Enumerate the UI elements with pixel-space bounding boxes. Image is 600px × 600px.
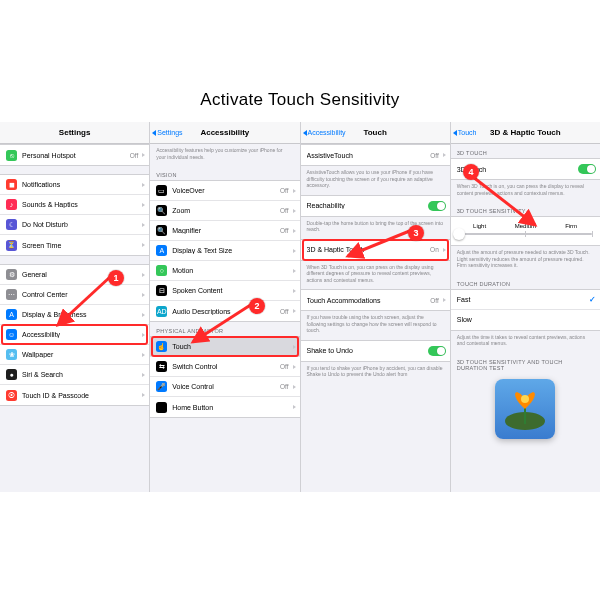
cell-value: Off <box>280 207 289 214</box>
cell-value: Off <box>430 152 439 159</box>
cell-value: Off <box>430 297 439 304</box>
back-to-touch[interactable]: Touch <box>453 129 477 136</box>
settings-row[interactable]: ◼︎Notifications <box>0 175 149 195</box>
settings-row[interactable]: ❀Wallpaper <box>0 345 149 365</box>
navbar-3d-touch: Touch 3D & Haptic Touch <box>451 122 600 144</box>
settings-row[interactable]: 🔍ZoomOff <box>150 201 299 221</box>
3dtouch-footer: When 3D Touch is on, you can press the d… <box>451 180 600 202</box>
settings-row[interactable]: Shake to Undo <box>301 341 450 361</box>
settings-row[interactable]: ⚙General <box>0 265 149 285</box>
settings-row[interactable]: ⏳Screen Time <box>0 235 149 255</box>
app-icon: AD <box>156 306 167 317</box>
settings-row[interactable]: ADisplay & Text Size <box>150 241 299 261</box>
cell-label: 3D Touch <box>457 166 578 173</box>
app-icon: A <box>6 309 17 320</box>
app-icon: ◼︎ <box>6 179 17 190</box>
cell-value: Off <box>280 227 289 234</box>
chevron-right-icon <box>142 223 145 227</box>
settings-row[interactable]: ⦿Touch ID & Passcode <box>0 385 149 405</box>
navbar-accessibility: Settings Accessibility <box>150 122 299 144</box>
settings-row[interactable]: 🎤Voice ControlOff <box>150 377 299 397</box>
app-icon: A <box>156 245 167 256</box>
chevron-right-icon <box>142 203 145 207</box>
sensitivity-slider[interactable] <box>459 233 592 235</box>
cell-label: Home Button <box>172 404 290 411</box>
settings-row[interactable]: ADisplay & Brightness <box>0 305 149 325</box>
cell-value: Off <box>280 363 289 370</box>
3dtouch-header: 3D TOUCH <box>451 144 600 158</box>
settings-row[interactable]: 🔍MagnifierOff <box>150 221 299 241</box>
sensitivity-test-image[interactable] <box>495 379 555 439</box>
cell-label: Screen Time <box>22 242 140 249</box>
3d-touch-toggle-row[interactable]: 3D Touch <box>451 159 600 179</box>
toggle-switch[interactable] <box>428 201 446 211</box>
chevron-right-icon <box>142 353 145 357</box>
cell-label: Siri & Search <box>22 371 140 378</box>
settings-row[interactable]: Home Button <box>150 397 299 417</box>
cell-label: Accessibility <box>22 331 140 338</box>
chevron-right-icon <box>142 243 145 247</box>
settings-row[interactable]: ♪Sounds & Haptics <box>0 195 149 215</box>
settings-row[interactable]: ☝Touch <box>150 337 299 357</box>
settings-row[interactable]: ☺Accessibility <box>0 325 149 345</box>
cell-label: General <box>22 271 140 278</box>
section-footer: When 3D Touch is on, you can press on th… <box>301 261 450 290</box>
settings-row[interactable]: ▭VoiceOverOff <box>150 181 299 201</box>
app-icon: ⊟ <box>156 285 167 296</box>
cell-label: Switch Control <box>172 363 280 370</box>
app-icon: ☝ <box>156 341 167 352</box>
settings-row[interactable]: ⇆Switch ControlOff <box>150 357 299 377</box>
chevron-right-icon <box>142 293 145 297</box>
section-footer: Double-tap the home button to bring the … <box>301 217 450 239</box>
navbar-settings: Settings <box>0 122 149 144</box>
cell-value: Off <box>280 308 289 315</box>
cell-value: Off <box>280 383 289 390</box>
chevron-right-icon <box>293 209 296 213</box>
duration-slow[interactable]: Slow <box>451 310 600 330</box>
settings-row[interactable]: Touch AccommodationsOff <box>301 290 450 310</box>
back-to-accessibility[interactable]: Accessibility <box>303 129 346 136</box>
cell-label: Sounds & Haptics <box>22 201 140 208</box>
back-to-settings[interactable]: Settings <box>152 129 182 136</box>
toggle-switch[interactable] <box>578 164 596 174</box>
screen-accessibility: Settings Accessibility Accessibility fea… <box>150 122 300 492</box>
seg-light: Light <box>457 223 503 229</box>
app-icon: ♪ <box>6 199 17 210</box>
settings-row[interactable]: ⊟Spoken Content <box>150 281 299 301</box>
settings-row[interactable]: ADAudio DescriptionsOff <box>150 301 299 321</box>
chevron-right-icon <box>293 405 296 409</box>
app-icon: ❀ <box>6 349 17 360</box>
settings-row[interactable]: ⋯Control Center <box>0 285 149 305</box>
settings-row[interactable]: ⎋Personal HotspotOff <box>0 145 149 165</box>
section-footer: If you have trouble using the touch scre… <box>301 311 450 340</box>
cell-label: Shake to Undo <box>307 347 428 354</box>
check-icon: ✓ <box>589 295 596 304</box>
duration-fast[interactable]: Fast ✓ <box>451 290 600 310</box>
chevron-left-icon <box>453 130 457 136</box>
cell-label: Notifications <box>22 181 140 188</box>
cell-label: Display & Text Size <box>172 247 290 254</box>
toggle-switch[interactable] <box>428 346 446 356</box>
chevron-right-icon <box>443 153 446 157</box>
app-icon: ⎋ <box>6 150 17 161</box>
chevron-right-icon <box>293 365 296 369</box>
cell-value: Off <box>280 187 289 194</box>
chevron-right-icon <box>293 269 296 273</box>
settings-row[interactable]: ○Motion <box>150 261 299 281</box>
cell-label: Audio Descriptions <box>172 308 280 315</box>
settings-row[interactable]: ●Siri & Search <box>0 365 149 385</box>
cell-label: Do Not Disturb <box>22 221 140 228</box>
settings-row[interactable]: AssistiveTouchOff <box>301 145 450 165</box>
app-icon: ⦿ <box>6 390 17 401</box>
settings-row[interactable]: Reachability <box>301 196 450 216</box>
settings-row[interactable]: 3D & Haptic TouchOn <box>301 240 450 260</box>
cell-label: AssistiveTouch <box>307 152 431 159</box>
cell-label: Touch <box>172 343 290 350</box>
test-header: 3D TOUCH SENSITIVITY AND TOUCH DURATION … <box>451 353 600 373</box>
sensitivity-header: 3D TOUCH SENSITIVITY <box>451 202 600 216</box>
back-label: Accessibility <box>308 129 346 136</box>
cell-value: Off <box>130 152 139 159</box>
app-icon: ○ <box>156 265 167 276</box>
chevron-right-icon <box>443 248 446 252</box>
settings-row[interactable]: ☾Do Not Disturb <box>0 215 149 235</box>
